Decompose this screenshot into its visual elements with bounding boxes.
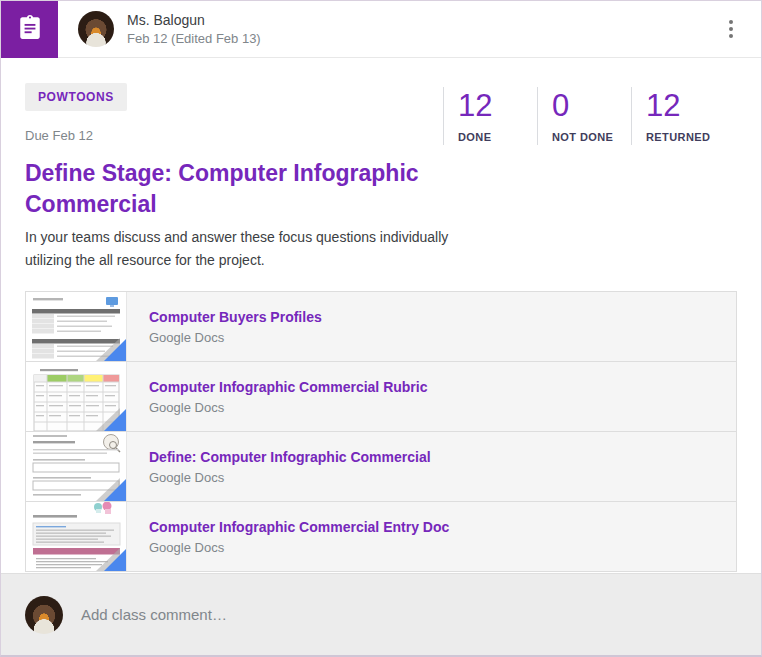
attachment-title: Computer Buyers Profiles bbox=[149, 309, 322, 325]
class-comment-input[interactable]: Add class comment… bbox=[81, 606, 737, 623]
attachment-type: Google Docs bbox=[149, 400, 427, 415]
assignment-clipboard-icon bbox=[17, 14, 43, 44]
doc-thumbnail-tables bbox=[26, 292, 127, 361]
stat-done-label: DONE bbox=[458, 131, 537, 143]
attachment-row[interactable]: Computer Infographic Commercial Rubric G… bbox=[25, 361, 737, 432]
attachment-title: Define: Computer Infographic Commercial bbox=[149, 449, 431, 465]
attachment-row[interactable]: Define: Computer Infographic Commercial … bbox=[25, 431, 737, 502]
assignment-description: In your teams discuss and answer these f… bbox=[25, 226, 483, 272]
post-date: Feb 12 (Edited Feb 13) bbox=[127, 30, 261, 48]
stat-returned-value: 12 bbox=[646, 89, 737, 123]
stat-returned-label: RETURNED bbox=[646, 131, 737, 143]
author-block: Ms. Balogun Feb 12 (Edited Feb 13) bbox=[78, 11, 723, 48]
stat-not-done-value: 0 bbox=[552, 89, 631, 123]
stat-not-done[interactable]: 0 NOT DONE bbox=[537, 87, 631, 145]
assignment-title: Define Stage: Computer Infographic Comme… bbox=[25, 158, 480, 220]
attachment-type: Google Docs bbox=[149, 540, 449, 555]
attachment-type: Google Docs bbox=[149, 470, 431, 485]
topic-chip[interactable]: POWTOONS bbox=[25, 83, 127, 111]
attachment-list: Computer Buyers Profiles Google Docs bbox=[25, 291, 737, 572]
post-header: Ms. Balogun Feb 12 (Edited Feb 13) bbox=[1, 1, 761, 58]
kebab-menu-icon bbox=[729, 20, 733, 38]
attachment-row[interactable]: Computer Buyers Profiles Google Docs bbox=[25, 291, 737, 362]
topic-and-due: POWTOONS Due Feb 12 bbox=[25, 83, 127, 145]
meta-row: POWTOONS Due Feb 12 12 DONE 0 NOT DONE 1… bbox=[25, 83, 737, 145]
attachment-type: Google Docs bbox=[149, 330, 322, 345]
stat-returned[interactable]: 12 RETURNED bbox=[631, 87, 737, 145]
stat-done-value: 12 bbox=[458, 89, 537, 123]
student-avatar bbox=[25, 596, 63, 634]
doc-thumbnail-rubric bbox=[26, 362, 127, 431]
submission-stats: 12 DONE 0 NOT DONE 12 RETURNED bbox=[443, 87, 737, 145]
teacher-avatar bbox=[78, 11, 114, 47]
assignment-body: POWTOONS Due Feb 12 12 DONE 0 NOT DONE 1… bbox=[1, 58, 761, 573]
author-name: Ms. Balogun bbox=[127, 11, 261, 29]
attachment-title: Computer Infographic Commercial Rubric bbox=[149, 379, 427, 395]
assignment-icon-tile bbox=[1, 1, 58, 58]
assignment-card: Ms. Balogun Feb 12 (Edited Feb 13) POWTO… bbox=[0, 0, 762, 657]
class-comment-bar: Add class comment… bbox=[1, 573, 761, 655]
attachment-title: Computer Infographic Commercial Entry Do… bbox=[149, 519, 449, 535]
stat-not-done-label: NOT DONE bbox=[552, 131, 631, 143]
doc-thumbnail-form bbox=[26, 432, 127, 501]
more-options-button[interactable] bbox=[723, 14, 739, 44]
due-date: Due Feb 12 bbox=[25, 128, 127, 143]
attachment-row[interactable]: Computer Infographic Commercial Entry Do… bbox=[25, 501, 737, 572]
stat-done[interactable]: 12 DONE bbox=[443, 87, 537, 145]
doc-thumbnail-entry bbox=[26, 502, 127, 571]
